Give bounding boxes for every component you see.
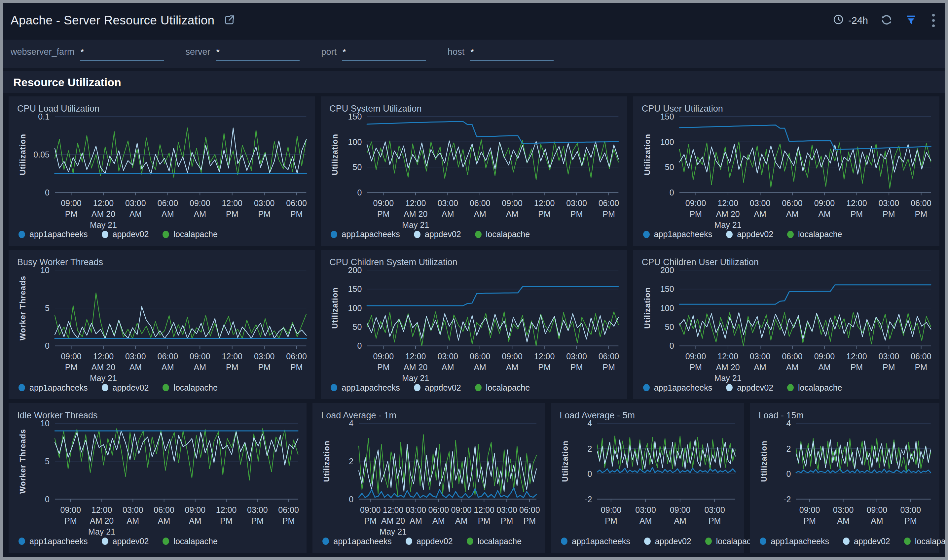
legend-item-localapache[interactable]: localapache xyxy=(163,537,217,546)
legend-item-app1apacheeks[interactable]: app1apacheeks xyxy=(331,383,400,392)
legend-label: app1apacheeks xyxy=(572,537,630,546)
legend-item-appdev02[interactable]: appdev02 xyxy=(843,537,890,546)
filter-field-server: server xyxy=(186,47,300,61)
legend-item-appdev02[interactable]: appdev02 xyxy=(414,229,461,239)
chart-plot[interactable] xyxy=(55,270,306,346)
legend-item-app1apacheeks[interactable]: app1apacheeks xyxy=(331,229,400,239)
legend-item-app1apacheeks[interactable]: app1apacheeks xyxy=(760,537,829,546)
dashboard-app: Apache - Server Resource Utilization xyxy=(3,3,945,557)
chart-plot[interactable] xyxy=(796,423,931,499)
chart-plot[interactable] xyxy=(679,117,931,192)
legend-item-appdev02[interactable]: appdev02 xyxy=(726,229,773,239)
y-tick-label: 50 xyxy=(665,162,674,172)
x-tick-label: 09:00PM xyxy=(360,505,381,526)
legend-label: app1apacheeks xyxy=(654,229,713,239)
x-tick-label: 03:00PM xyxy=(566,351,587,373)
legend-label: app1apacheeks xyxy=(29,229,88,239)
legend-label: appdev02 xyxy=(112,537,149,546)
x-tick-label: 12:00AM 20May 21 xyxy=(380,505,406,537)
chart-plot[interactable] xyxy=(55,423,298,499)
legend-item-localapache[interactable]: localapache xyxy=(467,537,522,546)
legend-item-localapache[interactable]: localapache xyxy=(475,383,530,392)
legend-dot-icon xyxy=(163,384,169,391)
y-tick-label: 2 xyxy=(349,456,354,466)
time-range-value: -24h xyxy=(848,15,868,26)
x-tick-label: 06:00PM xyxy=(519,505,540,526)
y-tick-label: 0 xyxy=(45,494,49,504)
legend-dot-icon xyxy=(163,231,169,238)
y-tick-label: 2 xyxy=(587,444,592,454)
panel-title: CPU Load Utilization xyxy=(17,104,306,114)
kebab-menu-button[interactable] xyxy=(930,12,935,29)
legend-item-appdev02[interactable]: appdev02 xyxy=(726,383,773,392)
chart-area: Utilization42009:00PM12:00AM 20May 2103:… xyxy=(321,423,536,534)
y-tick-label: 4 xyxy=(349,418,354,428)
x-tick-label: 09:00PM xyxy=(60,505,81,526)
filter-input-server[interactable] xyxy=(216,47,300,61)
legend-label: localapache xyxy=(915,537,945,546)
panel-title: Idle Worker Threads xyxy=(17,411,298,421)
legend-label: appdev02 xyxy=(425,383,461,392)
legend-item-appdev02[interactable]: appdev02 xyxy=(406,537,453,546)
chart-area: Worker Threads105009:00PM12:00AM 20May 2… xyxy=(17,423,298,534)
legend-item-appdev02[interactable]: appdev02 xyxy=(644,537,691,546)
filter-input-webserver_farm[interactable] xyxy=(80,47,164,61)
refresh-button[interactable] xyxy=(880,14,893,27)
legend-item-localapache[interactable]: localapache xyxy=(787,383,842,392)
chart-plot[interactable] xyxy=(597,423,735,499)
y-axis-label: Utilization xyxy=(329,270,340,346)
legend-item-localapache[interactable]: localapache xyxy=(904,537,945,546)
x-tick-label: 12:00AM 20May 21 xyxy=(714,351,742,384)
legend-item-app1apacheeks[interactable]: app1apacheeks xyxy=(561,537,630,546)
legend-item-localapache[interactable]: localapache xyxy=(787,229,842,239)
chart-plot[interactable] xyxy=(55,117,306,192)
legend-item-app1apacheeks[interactable]: app1apacheeks xyxy=(18,383,88,392)
y-tick-label: 100 xyxy=(660,303,674,313)
x-tick-label: 09:00PM xyxy=(685,351,706,373)
x-tick-label: 12:00AM 20May 21 xyxy=(714,198,742,231)
legend-label: app1apacheeks xyxy=(29,537,88,546)
legend-item-appdev02[interactable]: appdev02 xyxy=(102,383,149,392)
series-line-localapache xyxy=(55,128,306,177)
x-tick-label: 12:00AM 20May 21 xyxy=(90,198,117,231)
chart-legend: app1apacheeksappdev02localapache xyxy=(17,227,306,242)
filter-input-port[interactable] xyxy=(342,47,426,61)
legend-item-app1apacheeks[interactable]: app1apacheeks xyxy=(643,383,713,392)
y-tick-label: 100 xyxy=(660,137,674,147)
legend-item-localapache[interactable]: localapache xyxy=(163,383,217,392)
x-tick-label: 09:00AM xyxy=(670,505,691,526)
chart-plot[interactable] xyxy=(367,270,618,346)
filter-input-host[interactable] xyxy=(470,47,554,61)
legend-item-app1apacheeks[interactable]: app1apacheeks xyxy=(643,229,713,239)
panel-idle-worker-threads: Idle Worker ThreadsWorker Threads105009:… xyxy=(9,403,306,553)
y-axis-ticks: 150100500 xyxy=(340,117,367,192)
x-axis-labels: 09:00PM03:00AM09:00AM03:00PM xyxy=(796,499,931,534)
legend-item-localapache[interactable]: localapache xyxy=(163,229,217,239)
legend-item-app1apacheeks[interactable]: app1apacheeks xyxy=(322,537,392,546)
legend-label: appdev02 xyxy=(655,537,691,546)
legend-item-app1apacheeks[interactable]: app1apacheeks xyxy=(18,537,88,546)
x-tick-label: 06:00AM xyxy=(470,351,491,373)
time-range-button[interactable]: -24h xyxy=(833,14,868,28)
chart-plot[interactable] xyxy=(367,117,618,192)
chart-area: Utilization15010050009:00PM12:00AM 20May… xyxy=(329,117,618,227)
filter-button[interactable] xyxy=(905,14,917,27)
legend-label: localapache xyxy=(478,537,522,546)
share-button[interactable] xyxy=(224,14,235,27)
y-axis-label: Utilization xyxy=(329,117,340,192)
x-tick-label: 12:00PM xyxy=(474,505,494,526)
y-tick-label: 150 xyxy=(660,112,674,122)
legend-item-appdev02[interactable]: appdev02 xyxy=(102,537,149,546)
legend-item-appdev02[interactable]: appdev02 xyxy=(102,229,149,239)
y-axis-label: Utilization xyxy=(17,117,28,192)
x-tick-label: 09:00AM xyxy=(451,505,472,526)
header-controls: -24h xyxy=(833,12,935,29)
y-tick-label: 150 xyxy=(660,284,674,294)
chart-plot[interactable] xyxy=(679,270,931,346)
legend-item-localapache[interactable]: localapache xyxy=(475,229,530,239)
chart-plot[interactable] xyxy=(359,423,536,499)
legend-item-app1apacheeks[interactable]: app1apacheeks xyxy=(18,229,88,239)
legend-item-appdev02[interactable]: appdev02 xyxy=(414,383,461,392)
legend-dot-icon xyxy=(18,231,25,238)
y-tick-label: 0 xyxy=(587,469,592,479)
